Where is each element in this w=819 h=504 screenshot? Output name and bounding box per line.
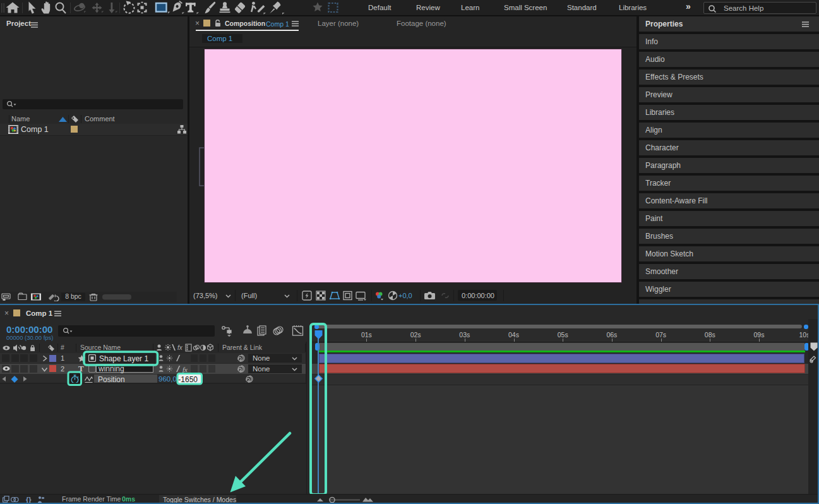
svg-text:fx: fx <box>177 344 183 351</box>
svg-text:{}: {} <box>26 496 32 503</box>
svg-text:8 bpc: 8 bpc <box>65 292 81 300</box>
svg-text:fx: fx <box>182 365 188 373</box>
